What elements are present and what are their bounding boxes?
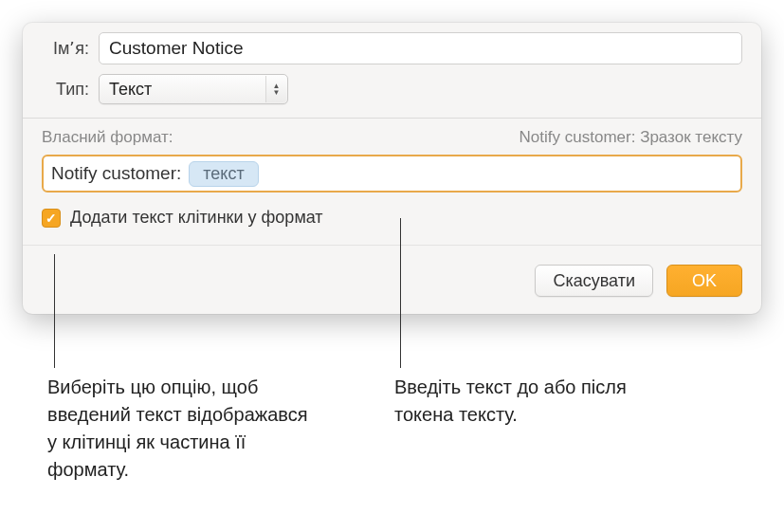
format-section: Власний формат: Notify customer: Зразок … [23,119,761,196]
chevron-up-down-icon: ▲▼ [265,76,286,102]
format-header: Власний формат: Notify customer: Зразок … [42,128,742,147]
ok-button[interactable]: OK [666,265,742,297]
checkbox-label: Додати текст клітинки у формат [70,208,323,228]
format-input[interactable]: Notify customer: текст [42,155,742,193]
name-input[interactable] [99,32,742,64]
callout-line-left [54,254,55,368]
button-row: Скасувати OK [23,245,761,297]
format-header-right: Notify customer: Зразок тексту [520,128,742,147]
callout-text-right: Введіть текст до або після токена тексту… [394,374,641,429]
format-header-left: Власний формат: [42,128,173,147]
type-select[interactable]: Текст ▲▼ [99,74,288,104]
type-select-value: Текст [99,74,288,104]
type-row: Тип: Текст ▲▼ [23,70,761,110]
custom-format-dialog: Імʼя: Тип: Текст ▲▼ Власний формат: Noti… [23,23,761,314]
name-label: Імʼя: [42,38,99,59]
include-cell-text-checkbox[interactable]: ✓ [42,209,61,228]
callout-line-right [400,218,401,368]
checkbox-row: ✓ Додати текст клітинки у формат [23,196,761,231]
format-prefix-text: Notify customer: [51,163,181,184]
text-token[interactable]: текст [189,161,258,187]
callout-text-left: Виберіть цю опцію, щоб введений текст ві… [47,374,322,484]
type-label: Тип: [42,80,99,100]
cancel-button[interactable]: Скасувати [535,265,653,297]
check-icon: ✓ [46,211,57,226]
name-row: Імʼя: [23,23,761,70]
